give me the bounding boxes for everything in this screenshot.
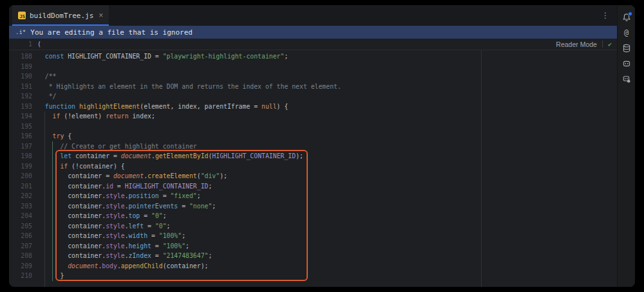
line-number: 191 <box>9 82 32 92</box>
code-line[interactable]: 209 document.body.appendChild(container)… <box>9 261 617 271</box>
user-badge-icon[interactable] <box>621 74 632 84</box>
reader-mode-label: Reader Mode <box>556 41 597 48</box>
code-text: // Create or get highlight container <box>37 143 197 150</box>
reader-mode-widget: Reader Mode ✔ <box>556 39 612 50</box>
code-text: */ <box>37 93 57 100</box>
divider <box>602 41 603 48</box>
code-line[interactable]: 202 container.style.position = "fixed"; <box>9 191 617 201</box>
database-icon[interactable] <box>621 43 632 53</box>
bell-icon[interactable] <box>621 12 632 23</box>
code-line[interactable]: 194 if (!element) return index; <box>9 111 617 122</box>
at-mention-icon[interactable]: @ <box>621 28 632 38</box>
code-line[interactable]: 195 <box>9 122 617 132</box>
code-line[interactable]: 204 container.style.top = "0"; <box>9 211 617 221</box>
line-number: 193 <box>9 102 32 112</box>
active-tab-underline <box>12 24 109 26</box>
line-number: 208 <box>9 251 32 261</box>
line-number: 207 <box>9 241 32 251</box>
right-tool-strip: @ <box>617 5 635 287</box>
code-text: } <box>37 272 64 279</box>
line-number: 192 <box>9 91 32 102</box>
notification-badge <box>628 12 632 16</box>
banner-message: You are editing a file that is ignored <box>30 28 193 37</box>
code-lines: 188 const HIGHLIGHT_CONTAINER_ID = "play… <box>9 51 617 281</box>
code-line[interactable]: 191 * Highlights an element in the DOM a… <box>9 82 617 92</box>
code-line[interactable]: 197 // Create or get highlight container <box>9 141 617 152</box>
code-line[interactable]: 192 */ <box>9 91 617 102</box>
line-number: 201 <box>9 181 32 192</box>
code-text: * Highlights an element in the DOM and r… <box>37 83 341 90</box>
code-line[interactable]: 201 container.id = HIGHLIGHT_CONTAINER_I… <box>9 181 617 192</box>
code-text: container = document.createElement("div"… <box>37 172 227 179</box>
code-text: /** <box>37 73 57 80</box>
code-line[interactable]: 198 let container = document.getElementB… <box>9 151 617 161</box>
line-number: 203 <box>9 201 32 212</box>
code-text: if (!element) return index; <box>37 113 155 120</box>
code-line[interactable]: 205 container.style.left = "0"; <box>9 221 617 232</box>
code-text: container.style.zIndex = "2147483647"; <box>37 252 212 259</box>
code-text: try { <box>37 132 71 140</box>
ignored-file-banner: .i* You are editing a file that is ignor… <box>9 26 617 39</box>
code-line[interactable]: 199 if (!container) { <box>9 161 617 172</box>
code-text: const HIGHLIGHT_CONTAINER_ID = "playwrig… <box>37 53 288 60</box>
code-line[interactable]: 208 container.style.zIndex = "2147483647… <box>9 251 617 261</box>
line-number: 188 <box>9 51 32 62</box>
code-text: container.style.position = "fixed"; <box>37 192 201 199</box>
code-text: if (!container) { <box>37 163 125 170</box>
tab-bar: JS buildDomTree.js × ⋮ <box>9 5 617 26</box>
code-editor[interactable]: 188 const HIGHLIGHT_CONTAINER_ID = "play… <box>9 50 617 287</box>
tab-options-menu-icon[interactable]: ⋮ <box>601 5 609 26</box>
ide-window: JS buildDomTree.js × ⋮ .i* You are editi… <box>9 5 635 287</box>
sticky-line-row[interactable]: 1 ( Reader Mode ✔ <box>9 39 617 50</box>
line-number: 210 <box>9 271 32 281</box>
line-number: 195 <box>9 122 32 132</box>
code-text: container.style.width = "100%"; <box>37 232 185 239</box>
code-line[interactable]: 189 <box>9 62 617 72</box>
editor-pane: JS buildDomTree.js × ⋮ .i* You are editi… <box>9 5 617 287</box>
code-text: container.id = HIGHLIGHT_CONTAINER_ID; <box>37 183 212 190</box>
line-number: 200 <box>9 171 32 181</box>
line-number: 202 <box>9 191 32 201</box>
code-line[interactable]: 203 container.style.pointerEvents = "non… <box>9 201 617 212</box>
code-text: let container = document.getElementById(… <box>37 152 303 160</box>
code-line[interactable]: 188 const HIGHLIGHT_CONTAINER_ID = "play… <box>9 51 617 62</box>
inspections-ok-check-icon[interactable]: ✔ <box>608 41 612 48</box>
js-file-icon: JS <box>18 12 26 19</box>
code-line[interactable]: 196 try { <box>9 131 617 141</box>
line-number: 209 <box>9 261 32 271</box>
sticky-line-number: 1 <box>9 41 32 48</box>
line-number: 206 <box>9 231 32 241</box>
code-text: container.style.pointerEvents = "none"; <box>37 203 216 210</box>
code-line[interactable]: 207 container.style.height = "100%"; <box>9 241 617 251</box>
code-text: function highlightElement(element, index… <box>37 103 288 110</box>
line-number: 199 <box>9 161 32 172</box>
code-line[interactable]: 206 container.style.width = "100%"; <box>9 231 617 241</box>
sticky-line-code: ( <box>37 41 41 48</box>
tab-close-icon[interactable]: × <box>99 12 103 19</box>
code-line[interactable]: 193 function highlightElement(element, i… <box>9 102 617 112</box>
code-text: container.style.height = "100%"; <box>37 242 189 250</box>
code-text: document.body.appendChild(container); <box>37 262 208 269</box>
assistant-icon[interactable] <box>621 59 632 69</box>
code-line[interactable]: 200 container = document.createElement("… <box>9 171 617 181</box>
tab-builddomtree-js[interactable]: JS buildDomTree.js × <box>12 5 109 26</box>
line-number: 194 <box>9 111 32 122</box>
line-number: 198 <box>9 151 32 161</box>
code-line[interactable]: 190 /** <box>9 71 617 82</box>
line-number: 204 <box>9 211 32 221</box>
line-number: 205 <box>9 221 32 232</box>
tab-title: buildDomTree.js <box>30 12 93 20</box>
line-number: 196 <box>9 131 32 141</box>
code-text: container.style.left = "0"; <box>37 223 170 230</box>
line-number: 197 <box>9 141 32 152</box>
line-number: 190 <box>9 71 32 82</box>
ignore-plugin-icon: .i* <box>15 29 26 35</box>
line-number: 189 <box>9 62 32 72</box>
code-text: container.style.top = "0"; <box>37 212 167 219</box>
code-line[interactable]: 210 } <box>9 271 617 281</box>
